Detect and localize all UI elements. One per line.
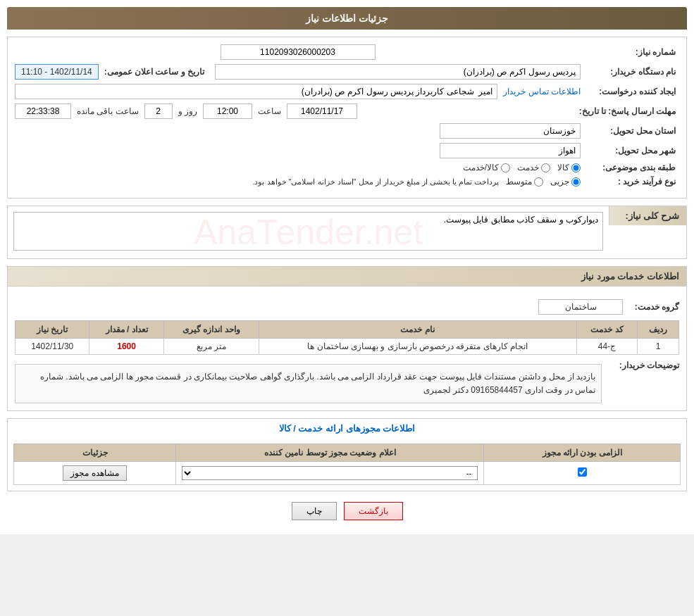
purchase-type-radio-group: جزیی متوسط <box>506 177 581 187</box>
services-table-header-row: ردیف کد خدمت نام خدمت واحد اندازه گیری ت… <box>16 321 679 339</box>
col-quantity: تعداد / مقدار <box>89 321 163 339</box>
requester-value-cell: اطلاعات تماس خریدار <box>15 84 581 99</box>
buyer-station-value-cell <box>215 64 581 80</box>
page-title: جزئیات اطلاعات نیاز <box>306 13 388 24</box>
view-permit-button[interactable]: مشاهده مجوز <box>63 465 126 481</box>
buyer-station-label: نام دستگاه خریدار: <box>581 67 679 77</box>
service-date: 1402/11/30 <box>16 339 89 355</box>
services-section: اطلاعات خدمات مورد نیاز گروه خدمت: ساختم… <box>7 266 687 411</box>
announce-label: تاریخ و ساعت اعلان عمومی: <box>99 67 204 77</box>
services-content: گروه خدمت: ساختمان ردیف کد خدمت نام خدمت… <box>8 287 686 410</box>
response-date-input[interactable] <box>287 103 357 119</box>
buyer-notes-text: بازدید از محل و داشتن مستندات فایل پیوست… <box>40 372 595 395</box>
subject-kala-radio[interactable] <box>571 163 581 172</box>
col-service-code: کد خدمت <box>576 321 638 339</box>
delivery-province-input[interactable] <box>440 123 581 139</box>
perm-col-required: الزامی بودن ارائه مجوز <box>484 444 681 462</box>
announce-section: تاریخ و ساعت اعلان عمومی: 1402/11/14 - 1… <box>15 64 204 80</box>
delivery-province-row: استان محل تحویل: <box>15 123 679 139</box>
buyer-station-input[interactable] <box>215 64 581 80</box>
purchase-jozii-radio[interactable] <box>571 177 581 187</box>
delivery-province-value-cell <box>15 123 581 139</box>
permissions-table-body: -- مشاهده مجوز <box>14 462 681 485</box>
perm-details-cell: مشاهده مجوز <box>14 462 176 485</box>
permissions-table: الزامی بودن ارائه مجوز اعلام وضعیت مجوز … <box>13 444 681 485</box>
purchase-mota-item: متوسط <box>506 177 543 187</box>
delivery-city-input[interactable] <box>440 143 581 158</box>
subject-khedmat-radio[interactable] <box>541 163 550 172</box>
response-remaining-input[interactable] <box>15 103 71 119</box>
announce-value: 1402/11/14 - 11:10 <box>15 64 99 80</box>
general-description-section: شرح کلی نیاز: AnaТеnder.net دیوارکوب و س… <box>7 206 687 259</box>
need-number-row: شماره نیاز: <box>15 44 679 60</box>
contact-link[interactable]: اطلاعات تماس خریدار <box>503 87 581 96</box>
description-textarea[interactable] <box>13 212 603 251</box>
buyer-notes-row: توضیحات خریدار: بازدید از محل و داشتن مس… <box>15 360 679 403</box>
need-number-label: شماره نیاز: <box>581 47 679 57</box>
purchase-jozii-label: جزیی <box>550 177 569 187</box>
main-info-section: شماره نیاز: نام دستگاه خریدار: تاریخ و س… <box>7 37 687 199</box>
subject-khedmat-label: خدمت <box>517 163 539 172</box>
back-button[interactable]: بازگشت <box>344 502 403 520</box>
perm-status-container: -- <box>182 466 478 480</box>
col-row-num: ردیف <box>638 321 679 339</box>
description-content-area: AnaТеnder.net <box>8 206 609 258</box>
services-table: ردیف کد خدمت نام خدمت واحد اندازه گیری ت… <box>15 320 679 355</box>
requester-label: ایجاد کننده درخواست: <box>581 87 679 96</box>
action-buttons-area: بازگشت چاپ <box>7 502 687 520</box>
requester-input[interactable] <box>15 84 497 99</box>
subject-kala-khedmat-item: کالا/خدمت <box>463 163 510 172</box>
description-text <box>8 206 609 258</box>
print-button[interactable]: چاپ <box>292 502 337 520</box>
response-time-input[interactable] <box>203 103 252 119</box>
need-number-value-cell <box>15 44 581 60</box>
subject-kala-label: کالا <box>557 163 569 172</box>
delivery-city-row: شهر محل تحویل: <box>15 143 679 158</box>
subject-khedmat-item: خدمت <box>517 163 550 172</box>
buyer-notes-content: بازدید از محل و داشتن مستندات فایل پیوست… <box>15 364 602 403</box>
buyer-announce-row: نام دستگاه خریدار: تاریخ و ساعت اعلان عم… <box>15 64 679 80</box>
response-days-input[interactable] <box>144 103 173 119</box>
subject-radio-group: کالا خدمت کالا/خدمت <box>15 163 581 172</box>
subject-kala-khedmat-label: کالا/خدمت <box>463 163 499 172</box>
group-row: گروه خدمت: ساختمان <box>15 299 679 315</box>
buyer-notes-label: توضیحات خریدار: <box>602 360 679 370</box>
service-quantity: 1600 <box>89 339 163 355</box>
perm-required-cell <box>484 462 681 485</box>
purchase-mota-label: متوسط <box>506 177 532 187</box>
service-row-1: 1 ج-44 انجام کارهای متفرقه درخصوص بازساز… <box>16 339 679 355</box>
purchase-type-row: نوع فرآیند خرید : جزیی متوسط پرداخت تمام… <box>15 177 679 187</box>
subject-kala-khedmat-radio[interactable] <box>501 163 510 172</box>
perm-col-details: جزئیات <box>14 444 176 462</box>
services-title: اطلاعات خدمات مورد نیاز <box>8 267 686 287</box>
permissions-header-row: الزامی بودن ارائه مجوز اعلام وضعیت مجوز … <box>14 444 681 462</box>
requester-row: ایجاد کننده درخواست: اطلاعات تماس خریدار <box>15 84 679 99</box>
subject-label: طبقه بندی موضوعی: <box>581 163 679 172</box>
service-unit: متر مربع <box>163 339 259 355</box>
purchase-jozii-item: جزیی <box>550 177 581 187</box>
purchase-type-note: پرداخت تمام یا بخشی از مبلغ خریدار از مح… <box>252 177 499 187</box>
response-remaining-label: ساعت باقی مانده <box>77 106 139 116</box>
service-code: ج-44 <box>576 339 638 355</box>
page-header: جزئیات اطلاعات نیاز <box>7 7 687 30</box>
col-unit: واحد اندازه گیری <box>163 321 259 339</box>
perm-status-select[interactable]: -- <box>182 466 478 480</box>
delivery-province-label: استان محل تحویل: <box>581 126 679 136</box>
service-row-num: 1 <box>638 339 679 355</box>
permissions-title: اطلاعات مجوزهای ارائه خدمت / کالا <box>8 419 686 438</box>
col-date: تاریخ نیاز <box>16 321 89 339</box>
purchase-mota-radio[interactable] <box>534 177 543 187</box>
response-time-label: ساعت <box>258 106 281 116</box>
main-info-content: شماره نیاز: نام دستگاه خریدار: تاریخ و س… <box>8 37 686 198</box>
group-value: ساختمان <box>538 299 623 315</box>
permission-row-1: -- مشاهده مجوز <box>14 462 681 485</box>
need-number-input[interactable] <box>221 44 376 60</box>
perm-required-checkbox[interactable] <box>578 467 587 477</box>
subject-radios: کالا خدمت کالا/خدمت <box>15 163 581 172</box>
service-name: انجام کارهای متفرقه درخصوص بازسازی و بهس… <box>259 339 576 355</box>
description-title: شرح کلی نیاز: <box>609 206 686 225</box>
perm-col-status: اعلام وضعیت مجوز توسط نامین کننده <box>176 444 484 462</box>
delivery-city-value-cell <box>15 143 581 158</box>
response-days-label: روز و <box>178 106 197 116</box>
subject-kala-item: کالا <box>557 163 581 172</box>
